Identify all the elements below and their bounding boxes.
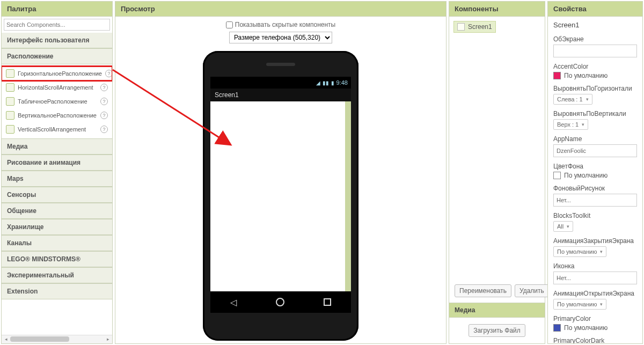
properties-title: Свойства	[548, 2, 642, 17]
prop-primary-label: PrimaryColor	[553, 315, 637, 322]
prop-bgimage-input[interactable]	[553, 194, 637, 207]
selected-component: Screen1	[548, 17, 642, 31]
components-title: Компоненты	[449, 2, 545, 17]
prop-primarydark-label: PrimaryColorDark	[553, 337, 637, 343]
prop-bgcolor-picker[interactable]: По умолчанию	[553, 172, 637, 179]
prop-bgcolor-label: ЦветФона	[553, 163, 637, 170]
android-statusbar: ◢ ▮▮ ▮ 9:48	[210, 77, 351, 89]
palette-item-table-arrangement[interactable]: ТабличноеРасположение ?	[2, 94, 112, 108]
status-time: 9:48	[336, 79, 348, 86]
palette-section-layout[interactable]: Расположение	[2, 48, 112, 64]
layout-icon	[6, 111, 14, 120]
palette-item-horizontal-arrangement[interactable]: ГоризонтальноеРасположение ?	[2, 67, 112, 80]
media-section-title: Медиа	[449, 303, 545, 318]
palette-section-extension[interactable]: Extension	[2, 283, 112, 299]
show-hidden-checkbox[interactable]: Показывать скрытые компоненты	[226, 21, 335, 28]
palette-section-storage[interactable]: Хранилище	[2, 219, 112, 235]
properties-body: ОбЭкране AccentColor По умолчанию Выровн…	[548, 31, 642, 343]
prop-closeanim-label: АнимацияЗакрытияЭкрана	[553, 237, 637, 245]
viewer-controls: Показывать скрытые компоненты Размере те…	[115, 17, 446, 51]
palette-item-horizontal-scroll[interactable]: HorizontalScrollArrangement ?	[2, 80, 112, 94]
palette-section-maps[interactable]: Maps	[2, 171, 112, 187]
prop-alignv-select[interactable]: Верх : 1	[553, 119, 588, 130]
prop-primary-value: По умолчанию	[564, 324, 608, 332]
prop-accent-label: AccentColor	[553, 63, 637, 70]
help-icon[interactable]: ?	[100, 98, 108, 105]
prop-alignh-select[interactable]: Слева : 1	[553, 94, 592, 105]
palette-hscroll[interactable]: ◂ ▸	[2, 335, 112, 343]
palette-item-label: VerticalScrollArrangement	[18, 126, 97, 133]
palette-item-label: ТабличноеРасположение	[18, 98, 97, 105]
android-navbar: ◁	[210, 291, 351, 313]
palette-section-sensors[interactable]: Сенсоры	[2, 187, 112, 203]
prop-primary-picker[interactable]: По умолчанию	[553, 324, 637, 332]
wifi-icon: ◢	[316, 80, 320, 86]
component-label: Screen1	[468, 23, 492, 31]
palette-section-social[interactable]: Общение	[2, 203, 112, 219]
show-hidden-input[interactable]	[226, 21, 233, 28]
prop-alignv-label: ВыровнятьПоВертикали	[553, 110, 637, 118]
phone-speaker	[266, 63, 295, 66]
prop-blocks-select[interactable]: All	[553, 221, 573, 232]
phone-screen[interactable]: ◢ ▮▮ ▮ 9:48 Screen1 ◁	[210, 77, 351, 313]
palette-title: Палитра	[2, 2, 112, 17]
palette-item-label: HorizontalScrollArrangement	[18, 84, 97, 91]
prop-closeanim-value: По умолчанию	[557, 248, 597, 255]
rename-button[interactable]: Переименовать	[455, 284, 511, 297]
help-icon[interactable]: ?	[100, 112, 108, 119]
prop-accent-picker[interactable]: По умолчанию	[553, 72, 637, 79]
scroll-left-icon[interactable]: ◂	[2, 335, 10, 343]
upload-file-button[interactable]: Загрузить Файл	[469, 324, 525, 337]
layout-icon	[6, 97, 14, 106]
prop-openanim-select[interactable]: По умолчанию	[553, 299, 606, 310]
palette-search-input[interactable]	[4, 19, 110, 31]
phone-frame: ◢ ▮▮ ▮ 9:48 Screen1 ◁	[203, 51, 358, 341]
palette-search-wrap	[2, 17, 112, 33]
delete-button[interactable]: Удалить	[515, 284, 549, 297]
palette-section-drawing[interactable]: Рисование и анимация	[2, 155, 112, 171]
prop-closeanim-select[interactable]: По умолчанию	[553, 246, 606, 257]
prop-appname-input[interactable]	[553, 144, 637, 157]
viewer-panel: Просмотр Показывать скрытые компоненты Р…	[115, 1, 447, 344]
palette-section-lego[interactable]: LEGO® MINDSTORMS®	[2, 251, 112, 267]
layout-icon	[6, 125, 14, 134]
color-swatch-icon	[553, 72, 561, 79]
prop-alignh-value: Слева : 1	[557, 96, 583, 102]
prop-blocks-value: All	[557, 223, 564, 230]
palette-item-label: ВертикальноеРасположение	[18, 112, 97, 119]
prop-appname-label: AppName	[553, 135, 637, 143]
prop-about-input[interactable]	[553, 45, 637, 57]
prop-bgimage-label: ФоновыйРисунок	[553, 185, 637, 192]
component-screen1[interactable]: Screen1	[453, 21, 496, 33]
help-icon[interactable]: ?	[100, 126, 108, 133]
palette-section-media[interactable]: Медиа	[2, 138, 112, 155]
prop-blocks-label: BlocksToolkit	[553, 212, 637, 219]
back-icon[interactable]: ◁	[230, 297, 237, 307]
design-canvas[interactable]	[210, 101, 351, 291]
screen-title: Screen1	[210, 89, 351, 101]
phone-size-select[interactable]: Размере телефона (505,320)	[229, 32, 332, 43]
palette-item-vertical-arrangement[interactable]: ВертикальноеРасположение ?	[2, 108, 112, 122]
prop-alignv-value: Верх : 1	[557, 121, 579, 128]
palette-section-experimental[interactable]: Экспериментальный	[2, 267, 112, 283]
layout-icon	[6, 69, 14, 78]
help-icon[interactable]: ?	[105, 70, 112, 77]
properties-panel: Свойства Screen1 ОбЭкране AccentColor По…	[547, 1, 643, 344]
home-icon[interactable]	[276, 298, 284, 306]
color-swatch-icon	[553, 172, 561, 179]
prop-about-label: ОбЭкране	[553, 35, 637, 43]
recents-icon[interactable]	[324, 298, 331, 306]
viewer-title: Просмотр	[115, 2, 446, 17]
scroll-thumb[interactable]	[10, 336, 69, 342]
components-panel: Компоненты Screen1 Переименовать Удалить…	[449, 1, 545, 344]
palette-section-ui[interactable]: Интерфейс пользователя	[2, 33, 112, 48]
prop-icon-input[interactable]	[553, 271, 637, 284]
show-hidden-label: Показывать скрытые компоненты	[235, 21, 335, 28]
help-icon[interactable]: ?	[100, 84, 108, 91]
scroll-right-icon[interactable]: ▸	[104, 335, 112, 343]
palette-accordion: Интерфейс пользователя Расположение Гори…	[2, 33, 112, 335]
palette-item-vertical-scroll[interactable]: VerticalScrollArrangement ?	[2, 122, 112, 136]
palette-layout-items: ГоризонтальноеРасположение ? HorizontalS…	[2, 64, 112, 138]
color-swatch-icon	[553, 324, 561, 332]
palette-section-channels[interactable]: Каналы	[2, 235, 112, 251]
